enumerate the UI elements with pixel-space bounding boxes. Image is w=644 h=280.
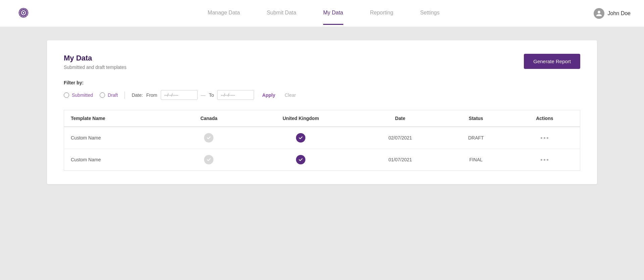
row2-date: 01/07/2021 bbox=[358, 149, 443, 171]
row1-actions[interactable] bbox=[509, 127, 580, 149]
date-range-separator: — bbox=[201, 92, 206, 98]
dot4 bbox=[541, 159, 542, 161]
my-data-card: My Data Submitted and draft templates Ge… bbox=[47, 40, 597, 184]
row2-canada-check bbox=[174, 149, 244, 171]
dot2 bbox=[544, 137, 545, 139]
row1-date: 02/07/2021 bbox=[358, 127, 443, 149]
svg-point-7 bbox=[23, 12, 24, 13]
col-canada: Canada bbox=[174, 110, 244, 127]
row2-actions[interactable] bbox=[509, 149, 580, 171]
table-body: Custom Name bbox=[64, 127, 580, 171]
logo bbox=[13, 3, 34, 24]
page-title: My Data bbox=[64, 54, 580, 63]
row1-uk-check bbox=[244, 127, 358, 149]
nav-manage-data[interactable]: Manage Data bbox=[208, 2, 240, 25]
col-actions: Actions bbox=[509, 110, 580, 127]
canada-unchecked-icon bbox=[204, 133, 213, 143]
row1-status-text: DRAFT bbox=[468, 135, 484, 141]
col-united-kingdom: United Kingdom bbox=[244, 110, 358, 127]
canada-unchecked-icon2 bbox=[204, 155, 213, 164]
date-from-input[interactable] bbox=[161, 90, 198, 100]
row1-actions-menu[interactable] bbox=[516, 137, 573, 139]
to-label: To bbox=[209, 92, 214, 98]
from-label: From bbox=[146, 92, 157, 98]
row2-status-text: FINAL bbox=[469, 157, 483, 162]
draft-label: Draft bbox=[108, 92, 118, 98]
col-status: Status bbox=[443, 110, 509, 127]
uk-checked-icon bbox=[296, 133, 305, 143]
nav-submit-data[interactable]: Submit Data bbox=[267, 2, 296, 25]
apply-button[interactable]: Apply bbox=[261, 92, 277, 98]
row2-status: FINAL bbox=[443, 149, 509, 171]
draft-radio[interactable] bbox=[100, 92, 105, 98]
filter-by-label: Filter by: bbox=[64, 80, 580, 85]
user-section: John Doe bbox=[594, 8, 631, 19]
row1-canada-check bbox=[174, 127, 244, 149]
draft-radio-label[interactable]: Draft bbox=[100, 92, 118, 98]
data-table: Template Name Canada United Kingdom Date… bbox=[64, 110, 580, 171]
page-subtitle: Submitted and draft templates bbox=[64, 65, 580, 70]
table-row: Custom Name bbox=[64, 149, 580, 171]
nav-reporting[interactable]: Reporting bbox=[370, 2, 393, 25]
table-header: Template Name Canada United Kingdom Date… bbox=[64, 110, 580, 127]
nav-my-data[interactable]: My Data bbox=[323, 2, 343, 25]
header: Manage Data Submit Data My Data Reportin… bbox=[0, 0, 644, 27]
submitted-radio-label[interactable]: Submitted bbox=[64, 92, 93, 98]
user-name-label: John Doe bbox=[608, 10, 631, 16]
dot6 bbox=[547, 159, 548, 161]
dot5 bbox=[544, 159, 545, 161]
uk-checked-icon2 bbox=[296, 155, 305, 164]
date-to-input[interactable] bbox=[217, 90, 254, 100]
date-label: Date: bbox=[132, 92, 143, 98]
col-template-name: Template Name bbox=[64, 110, 174, 127]
filter-row: Submitted Draft Date: From — To Apply Cl… bbox=[64, 90, 580, 100]
generate-report-button[interactable]: Generate Report bbox=[524, 54, 580, 69]
row2-actions-menu[interactable] bbox=[516, 159, 573, 161]
dot1 bbox=[541, 137, 542, 139]
dot3 bbox=[547, 137, 548, 139]
submitted-radio[interactable] bbox=[64, 92, 69, 98]
col-date: Date bbox=[358, 110, 443, 127]
nav-settings[interactable]: Settings bbox=[420, 2, 440, 25]
clear-button[interactable]: Clear bbox=[283, 92, 297, 98]
row2-uk-check bbox=[244, 149, 358, 171]
date-filter: Date: From — To bbox=[132, 90, 254, 100]
main-content: My Data Submitted and draft templates Ge… bbox=[0, 27, 644, 280]
row2-template-name: Custom Name bbox=[64, 149, 174, 171]
main-nav: Manage Data Submit Data My Data Reportin… bbox=[54, 2, 594, 25]
row1-status: DRAFT bbox=[443, 127, 509, 149]
row1-template-name: Custom Name bbox=[64, 127, 174, 149]
filter-divider bbox=[125, 91, 125, 99]
submitted-label: Submitted bbox=[72, 92, 93, 98]
table-row: Custom Name bbox=[64, 127, 580, 149]
user-avatar bbox=[594, 8, 604, 19]
